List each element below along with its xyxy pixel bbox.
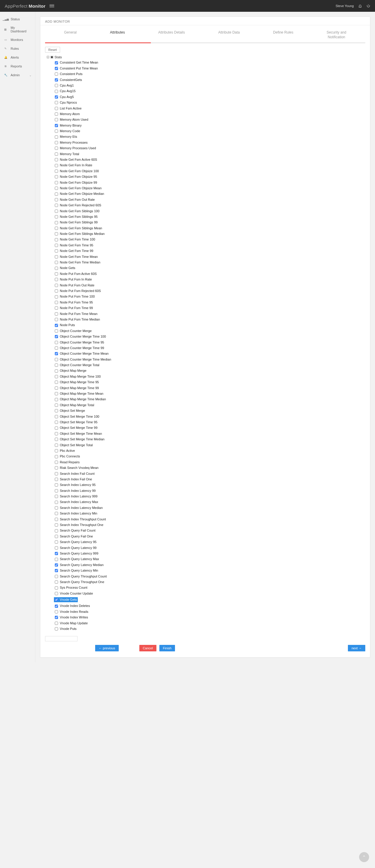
tree-leaf[interactable]: Memory Code — [54, 129, 370, 134]
tree-checkbox[interactable] — [55, 124, 58, 127]
tree-leaf[interactable]: Node Get Fsm Active 60S — [54, 157, 370, 162]
tree-checkbox[interactable] — [55, 427, 58, 430]
tree-checkbox[interactable] — [55, 592, 58, 595]
tree-leaf[interactable]: Node Put Fsm Time 100 — [54, 294, 370, 299]
tree-checkbox[interactable] — [55, 67, 58, 70]
tree-leaf[interactable]: Search Index Latency Min — [54, 511, 370, 516]
tree-checkbox[interactable] — [55, 404, 58, 407]
tree-leaf[interactable]: Riak Search Vnodeq Mean — [54, 465, 370, 470]
tree-checkbox[interactable] — [55, 398, 58, 401]
tree-leaf[interactable]: Object Map Merge — [54, 368, 370, 373]
tree-checkbox[interactable] — [55, 215, 58, 218]
tree-leaf[interactable]: Node Put Fsm Time 99 — [54, 306, 370, 311]
tree-checkbox[interactable] — [55, 90, 58, 93]
tree-leaf[interactable]: Search Query Latency Max — [54, 557, 370, 562]
tree-checkbox[interactable] — [55, 221, 58, 224]
tree-checkbox[interactable] — [55, 586, 58, 590]
tree-checkbox[interactable] — [55, 546, 58, 550]
tree-checkbox[interactable] — [55, 563, 58, 567]
tree-checkbox[interactable] — [55, 380, 58, 384]
tree-checkbox[interactable] — [55, 432, 58, 435]
tree-leaf[interactable]: Search Index Latency 999 — [54, 494, 370, 499]
tree-checkbox[interactable] — [55, 192, 58, 196]
tree-leaf[interactable]: Search Query Latency Median — [54, 562, 370, 567]
tree-leaf[interactable]: Node Get Fsm Objsize 95 — [54, 174, 370, 179]
tree-checkbox[interactable] — [55, 529, 58, 532]
tree-leaf[interactable]: Node Put Fsm Time Median — [54, 317, 370, 322]
tree-leaf[interactable]: Object Set Merge Time 95 — [54, 420, 370, 425]
tree-leaf[interactable]: Object Counter Merge Time Median — [54, 357, 370, 362]
tree-leaf[interactable]: Node Put Fsm Rejected 60S — [54, 288, 370, 293]
tree-checkbox[interactable] — [55, 535, 58, 538]
tree-leaf[interactable]: Node Put Fsm In Rate — [54, 277, 370, 282]
collapse-icon[interactable]: − — [47, 56, 49, 58]
tree-checkbox[interactable] — [55, 575, 58, 578]
tree-leaf[interactable]: Object Counter Merge Total — [54, 363, 370, 368]
tree-checkbox[interactable] — [55, 78, 58, 82]
tree-checkbox[interactable] — [55, 341, 58, 344]
tree-checkbox[interactable] — [55, 523, 58, 527]
tree-leaf[interactable]: Search Query Latency Min — [54, 568, 370, 573]
sidebar-item-admin[interactable]: 🔧Admin⌄ — [0, 71, 35, 80]
tree-leaf[interactable]: Vnode Index Deletes — [54, 603, 370, 609]
tree-checkbox[interactable] — [55, 227, 58, 230]
tree-checkbox[interactable] — [55, 289, 58, 292]
tree-leaf[interactable]: Node Get Fsm In Rate — [54, 163, 370, 168]
sidebar-item-reports[interactable]: 🗎Reports — [0, 62, 35, 71]
tree-checkbox[interactable] — [55, 210, 58, 213]
tree-checkbox[interactable] — [55, 72, 58, 75]
finish-button[interactable]: Finish — [160, 645, 175, 651]
sidebar-item-my-dashboard[interactable]: ▦My Dashboard — [0, 24, 35, 35]
tree-leaf[interactable]: Object Counter Merge Time Mean — [54, 351, 370, 356]
tree-checkbox[interactable] — [55, 113, 58, 116]
tab-define-rules[interactable]: Define Rules — [273, 30, 293, 39]
tree-leaf[interactable]: Cpu Avg15 — [54, 89, 370, 94]
tree-leaf[interactable]: Memory Ets — [54, 134, 370, 139]
tree-checkbox[interactable] — [55, 558, 58, 561]
hamburger-icon[interactable] — [50, 4, 54, 8]
tree-leaf[interactable]: Consistent Get Time Mean — [54, 60, 370, 65]
user-name[interactable]: Steve Young — [336, 4, 354, 8]
tree-checkbox[interactable] — [55, 152, 58, 156]
tree-checkbox[interactable] — [55, 352, 58, 355]
tree-checkbox[interactable] — [55, 164, 58, 167]
tree-leaf[interactable]: Vnode Index Writes — [54, 615, 370, 620]
tree-checkbox[interactable] — [55, 238, 58, 241]
tree-leaf[interactable]: Node Get Fsm Objsize 99 — [54, 180, 370, 185]
tree-leaf[interactable]: Node Get Fsm Time 99 — [54, 248, 370, 253]
tree-checkbox[interactable] — [55, 187, 58, 190]
tree-leaf[interactable]: Node Get Fsm Time 100 — [54, 237, 370, 242]
tree-checkbox[interactable] — [55, 175, 58, 178]
tree-leaf[interactable]: ConsistentGets — [54, 78, 370, 83]
sidebar-item-rules[interactable]: ✎Rules — [0, 44, 35, 53]
tree-checkbox[interactable] — [55, 616, 58, 619]
tree-leaf[interactable]: Node Put Fsm Time 95 — [54, 300, 370, 305]
previous-button[interactable]: ← previous — [95, 645, 119, 651]
tree-checkbox[interactable] — [55, 610, 58, 613]
tree-leaf[interactable]: Object Set Merge Time Mean — [54, 431, 370, 436]
tab-general[interactable]: General — [64, 30, 77, 39]
sidebar-item-monitors[interactable]: ▭Monitors — [0, 35, 35, 44]
tree-leaf[interactable]: Node Put Fsm Out Rate — [54, 283, 370, 288]
tree-leaf[interactable]: Memory Binary — [54, 123, 370, 128]
tab-attributes[interactable]: Attributes — [110, 30, 125, 39]
sidebar-item-alerts[interactable]: 🔔Alerts — [0, 53, 35, 62]
tree-checkbox[interactable] — [55, 244, 58, 247]
tree-checkbox[interactable] — [55, 375, 58, 378]
tree-checkbox[interactable] — [55, 552, 58, 555]
tree-leaf[interactable]: Object Counter Merge Time 95 — [54, 340, 370, 345]
tree-leaf[interactable]: Search Query Fail One — [54, 534, 370, 539]
tree-checkbox[interactable] — [55, 169, 58, 173]
tree-checkbox[interactable] — [55, 581, 58, 584]
tree-leaf[interactable]: Search Index Latency Median — [54, 505, 370, 510]
tree-checkbox[interactable] — [55, 495, 58, 498]
tree-checkbox[interactable] — [55, 278, 58, 281]
tree-checkbox[interactable] — [55, 455, 58, 458]
tree-checkbox[interactable] — [55, 181, 58, 184]
tree-leaf[interactable]: Node Get Fsm Siblings 100 — [54, 209, 370, 214]
tree-leaf[interactable]: Search Query Throughput One — [54, 580, 370, 585]
tab-attribute-data[interactable]: Attribute Data — [218, 30, 240, 39]
tree-leaf[interactable]: Vnode Index Reads — [54, 609, 370, 614]
filter-input[interactable] — [45, 636, 78, 641]
tree-checkbox[interactable] — [55, 604, 58, 608]
